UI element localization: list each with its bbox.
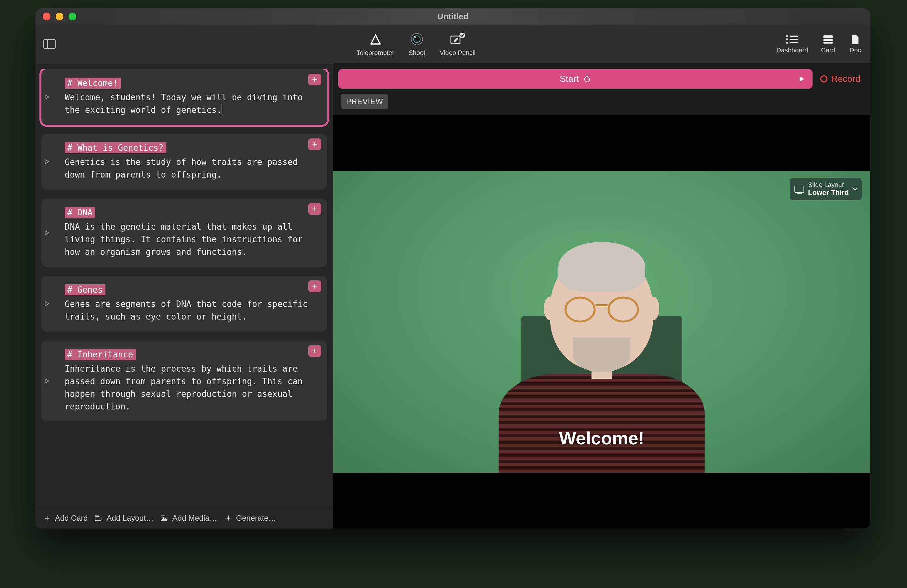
media-plus-icon: + xyxy=(160,514,169,523)
minimize-window-button[interactable] xyxy=(56,13,63,20)
close-window-button[interactable] xyxy=(43,13,50,20)
mode-videopencil-button[interactable]: Video Pencil xyxy=(440,31,476,57)
svg-rect-12 xyxy=(790,39,798,40)
video-area: Welcome! Slide Layout Lower Third xyxy=(333,115,870,529)
add-layout-button[interactable]: + Add Layout… xyxy=(94,514,153,523)
add-card-label: Add Card xyxy=(55,514,88,523)
start-row: Start Record xyxy=(333,63,870,95)
card-body[interactable]: Genes are segments of DNA that code for … xyxy=(50,298,318,323)
svg-point-8 xyxy=(459,33,465,38)
timer-icon xyxy=(583,75,591,83)
preview-chip: PREVIEW xyxy=(341,95,388,109)
monitor-icon xyxy=(795,186,804,193)
layout-plus-icon: + xyxy=(94,514,103,523)
card-play-handle[interactable] xyxy=(44,94,50,100)
card-add-button[interactable]: + xyxy=(308,280,321,292)
app-window: Untitled Teleprompter xyxy=(35,8,870,529)
svg-point-6 xyxy=(414,36,416,38)
svg-rect-17 xyxy=(823,42,833,43)
generate-label: Generate… xyxy=(236,514,276,523)
svg-text:+: + xyxy=(100,514,102,518)
card-play-handle[interactable] xyxy=(44,159,50,165)
titlebar: Untitled xyxy=(35,8,870,25)
script-card[interactable]: +# DNADNA is the genetic material that m… xyxy=(42,199,327,267)
script-card[interactable]: +# Welcome!Welcome, students! Today we w… xyxy=(42,69,327,125)
card-heading: # Welcome! xyxy=(65,78,121,89)
card-play-handle[interactable] xyxy=(44,378,50,384)
chevron-down-icon xyxy=(852,186,858,192)
card-add-button[interactable]: + xyxy=(308,345,321,357)
list-icon xyxy=(785,34,799,45)
toolbar: Teleprompter Shoot xyxy=(35,25,870,63)
svg-rect-0 xyxy=(44,40,55,48)
card-body[interactable]: DNA is the genetic material that makes u… xyxy=(50,221,318,258)
camera-lens-icon xyxy=(409,31,425,47)
card-heading: # Inheritance xyxy=(65,349,136,360)
svg-point-5 xyxy=(416,38,418,41)
window-controls xyxy=(43,13,76,20)
script-card[interactable]: +# InheritanceInheritance is the process… xyxy=(42,341,327,421)
preview-pane: Start Record PREVIEW xyxy=(333,63,870,529)
record-button[interactable]: Record xyxy=(820,74,861,84)
script-pane: +# Welcome!Welcome, students! Today we w… xyxy=(35,63,333,529)
slide-layout-label: Slide Layout xyxy=(808,181,849,189)
svg-rect-15 xyxy=(823,35,833,38)
mode-teleprompter-button[interactable]: Teleprompter xyxy=(356,31,394,57)
slide-layout-value: Lower Third xyxy=(808,189,849,197)
card-heading: # What is Genetics? xyxy=(65,142,166,153)
generate-button[interactable]: Generate… xyxy=(224,514,276,523)
fullscreen-window-button[interactable] xyxy=(69,13,76,20)
view-card-label: Card xyxy=(821,46,835,54)
card-heading: # DNA xyxy=(65,207,95,218)
mode-shoot-button[interactable]: Shoot xyxy=(409,31,425,57)
record-icon xyxy=(820,75,827,82)
card-play-handle[interactable] xyxy=(44,230,50,236)
svg-text:+: + xyxy=(166,514,168,518)
window-title: Untitled xyxy=(35,12,870,22)
card-add-button[interactable]: + xyxy=(308,138,321,150)
card-add-button[interactable]: + xyxy=(308,74,321,85)
add-layout-label: Add Layout… xyxy=(106,514,153,523)
script-card[interactable]: +# What is Genetics?Genetics is the stud… xyxy=(42,134,327,189)
video-pencil-icon xyxy=(450,31,466,47)
card-heading: # Genes xyxy=(65,284,106,295)
add-card-button[interactable]: ＋ Add Card xyxy=(43,514,88,523)
content: +# Welcome!Welcome, students! Today we w… xyxy=(35,63,870,529)
view-doc-label: Doc xyxy=(849,46,861,54)
teleprompter-icon xyxy=(367,31,384,47)
svg-rect-16 xyxy=(823,39,833,41)
view-card-button[interactable]: Card xyxy=(821,34,835,54)
svg-point-11 xyxy=(786,38,788,40)
card-body[interactable]: Welcome, students! Today we will be divi… xyxy=(50,91,318,117)
slide-layout-dropdown[interactable]: Slide Layout Lower Third xyxy=(790,178,862,200)
script-card[interactable]: +# GenesGenes are segments of DNA that c… xyxy=(42,276,327,332)
view-doc-button[interactable]: Doc xyxy=(848,34,862,54)
record-label: Record xyxy=(831,74,861,84)
start-label: Start xyxy=(559,74,578,84)
view-dashboard-label: Dashboard xyxy=(776,46,808,54)
svg-point-23 xyxy=(162,517,163,518)
toggle-sidebar-button[interactable] xyxy=(43,39,56,49)
card-play-handle[interactable] xyxy=(44,301,50,307)
card-add-button[interactable]: + xyxy=(308,203,321,215)
start-button[interactable]: Start xyxy=(338,69,812,89)
mode-teleprompter-label: Teleprompter xyxy=(356,49,394,57)
text-caret xyxy=(221,105,222,114)
add-media-label: Add Media… xyxy=(172,514,217,523)
play-icon xyxy=(798,75,805,83)
view-dashboard-button[interactable]: Dashboard xyxy=(776,34,808,54)
svg-point-9 xyxy=(786,35,788,37)
card-list: +# Welcome!Welcome, students! Today we w… xyxy=(35,69,333,507)
plus-icon: ＋ xyxy=(43,514,52,523)
mode-shoot-label: Shoot xyxy=(409,49,425,57)
card-stack-icon xyxy=(821,34,835,45)
card-body[interactable]: Genetics is the study of how traits are … xyxy=(50,156,318,181)
svg-rect-10 xyxy=(790,35,798,37)
add-media-button[interactable]: + Add Media… xyxy=(160,514,217,523)
script-actions: ＋ Add Card + Add Layout… + Add Media… xyxy=(35,507,333,529)
svg-point-13 xyxy=(786,42,788,44)
mode-videopencil-label: Video Pencil xyxy=(440,49,476,57)
svg-rect-14 xyxy=(790,42,798,43)
video-frame[interactable]: Welcome! Slide Layout Lower Third xyxy=(333,171,870,473)
card-body[interactable]: Inheritance is the process by which trai… xyxy=(50,362,318,413)
